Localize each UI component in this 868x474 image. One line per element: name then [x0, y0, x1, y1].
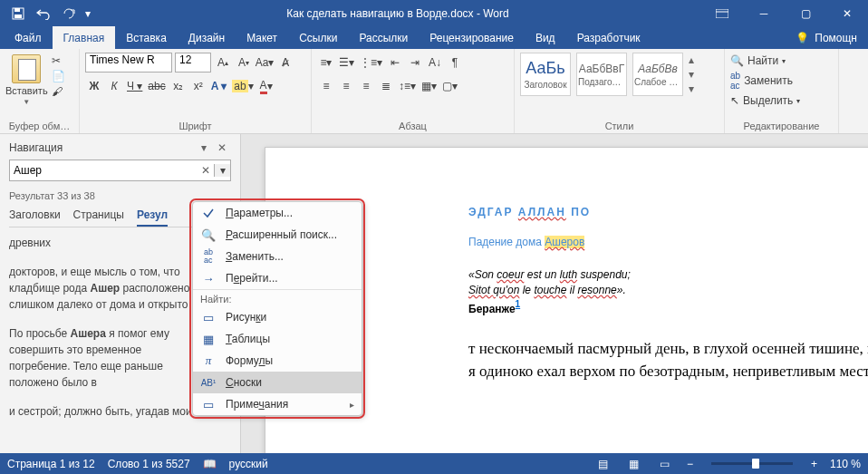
doc-signature: Беранже1: [468, 299, 868, 316]
zoom-slider[interactable]: [711, 462, 793, 465]
strike-button[interactable]: abc: [146, 76, 167, 96]
tab-developer[interactable]: Разработчик: [566, 26, 651, 49]
nav-pane-close[interactable]: ✕: [213, 141, 231, 154]
tab-view[interactable]: Вид: [525, 26, 566, 49]
maximize-button[interactable]: ▢: [785, 0, 826, 26]
font-group-label: Шрифт: [80, 121, 311, 131]
copy-button[interactable]: 📄: [52, 70, 64, 82]
grow-font-button[interactable]: A▴: [214, 53, 232, 73]
borders-button[interactable]: ▢▾: [440, 76, 459, 96]
search-icon: 🔍: [730, 54, 744, 67]
replace-button[interactable]: abacЗаменить: [730, 71, 833, 91]
tab-layout[interactable]: Макет: [236, 26, 288, 49]
qat-customize[interactable]: ▾: [82, 1, 94, 26]
decrease-indent-button[interactable]: ⇤: [386, 53, 404, 73]
menu-find-tables[interactable]: ▦Таблицы: [193, 328, 362, 350]
undo-button[interactable]: [31, 1, 56, 26]
font-name-select[interactable]: Times New R: [85, 53, 172, 73]
style-subheading[interactable]: АаБбВвГПодзагол…: [576, 53, 627, 96]
nav-tab-pages[interactable]: Страницы: [73, 208, 124, 227]
status-spellcheck[interactable]: 📖: [203, 458, 217, 470]
view-web-button[interactable]: ▭: [656, 458, 674, 470]
style-heading[interactable]: АаБьЗаголовок: [520, 53, 571, 96]
editing-group-label: Редактирование: [725, 121, 838, 131]
styles-more-button[interactable]: ▴▾▾: [689, 53, 694, 95]
line-spacing-button[interactable]: ↕≡▾: [397, 76, 418, 96]
menu-find-footnotes[interactable]: AB¹Сноски: [193, 372, 362, 393]
superscript-button[interactable]: x²: [189, 76, 207, 96]
nav-pane-dropdown[interactable]: ▾: [195, 141, 213, 154]
underline-button[interactable]: Ч ▾: [125, 76, 144, 96]
styles-group-label: Стили: [515, 121, 724, 131]
bullets-button[interactable]: ≡▾: [317, 53, 335, 73]
view-read-button[interactable]: ▤: [594, 458, 612, 470]
nav-tab-headings[interactable]: Заголовки: [9, 208, 61, 227]
nav-search-clear[interactable]: ✕: [198, 164, 214, 177]
highlight-button[interactable]: ab▾: [230, 76, 255, 96]
zoom-in-button[interactable]: +: [811, 458, 817, 470]
close-button[interactable]: ✕: [826, 0, 868, 26]
paragraph-group-label: Абзац: [312, 121, 514, 131]
tab-references[interactable]: Ссылки: [288, 26, 348, 49]
sort-button[interactable]: A↓: [426, 53, 444, 73]
align-left-button[interactable]: ≡: [317, 76, 335, 96]
tab-insert[interactable]: Вставка: [115, 26, 178, 49]
format-painter-button[interactable]: 🖌: [52, 85, 64, 98]
nav-tab-results[interactable]: Резул: [137, 208, 168, 227]
bold-button[interactable]: Ж: [85, 76, 103, 96]
redo-button[interactable]: [56, 1, 82, 26]
view-print-button[interactable]: ▦: [625, 458, 643, 470]
save-button[interactable]: [5, 1, 31, 26]
tab-review[interactable]: Рецензирование: [419, 26, 525, 49]
status-page[interactable]: Страница 1 из 12: [7, 458, 95, 470]
subscript-button[interactable]: x₂: [169, 76, 188, 96]
italic-button[interactable]: К: [105, 76, 123, 96]
font-color-button[interactable]: A▾: [257, 76, 275, 96]
chevron-right-icon: ▸: [350, 400, 354, 410]
menu-find-label: Найти:: [193, 289, 362, 306]
nav-search-input[interactable]: [10, 164, 198, 177]
align-center-button[interactable]: ≡: [337, 76, 355, 96]
shading-button[interactable]: ▦▾: [420, 76, 439, 96]
nav-pane-title: Навигация: [9, 141, 63, 154]
doc-body-text: т нескончаемый пасмурный день, в глухой …: [468, 338, 868, 382]
menu-find-formulas[interactable]: πФормулы: [193, 350, 362, 372]
menu-find-pictures[interactable]: ▭Рисунки: [193, 306, 362, 328]
zoom-level[interactable]: 110 %: [830, 458, 861, 470]
align-right-button[interactable]: ≡: [357, 76, 375, 96]
nav-search-dropdown[interactable]: ▾: [214, 164, 230, 177]
minimize-button[interactable]: ─: [743, 0, 785, 26]
menu-replace[interactable]: abacЗаменить...: [193, 246, 362, 267]
menu-find-comments[interactable]: ▭Примечания▸: [193, 393, 362, 415]
cut-button[interactable]: ✂: [52, 54, 64, 67]
tab-mailings[interactable]: Рассылки: [348, 26, 419, 49]
select-button[interactable]: ↖Выделить▾: [730, 94, 833, 107]
paste-button[interactable]: Вставить: [5, 85, 48, 96]
menu-advanced-find[interactable]: 🔍Расширенный поиск...: [193, 224, 362, 246]
font-size-select[interactable]: 12: [175, 53, 211, 73]
tab-home[interactable]: Главная: [53, 26, 116, 49]
show-marks-button[interactable]: ¶: [446, 53, 464, 73]
change-case-button[interactable]: Aa▾: [256, 53, 274, 73]
tab-design[interactable]: Дизайн: [178, 26, 236, 49]
style-emphasis[interactable]: АаБбВвСлабое в…: [632, 53, 683, 96]
status-words[interactable]: Слово 1 из 5527: [108, 458, 190, 470]
menu-goto[interactable]: →Перейти...: [193, 267, 362, 289]
status-language[interactable]: русский: [229, 458, 268, 470]
find-button[interactable]: 🔍Найти▾: [730, 54, 833, 67]
tab-file[interactable]: Файл: [4, 26, 53, 49]
numbering-button[interactable]: ☰▾: [337, 53, 356, 73]
ribbon-options-button[interactable]: [701, 0, 743, 26]
multilevel-button[interactable]: ⋮≡▾: [358, 53, 384, 73]
increase-indent-button[interactable]: ⇥: [406, 53, 424, 73]
menu-options[interactable]: ППараметры...араметры...: [193, 202, 362, 224]
justify-button[interactable]: ≣: [377, 76, 395, 96]
clipboard-group-label: Буфер обм…: [0, 121, 79, 131]
footnote-icon: AB¹: [200, 378, 217, 388]
main-area: Навигация ▾ ✕ ✕ ▾ Результат 33 из 38 Заг…: [0, 134, 868, 453]
shrink-font-button[interactable]: A▾: [235, 53, 253, 73]
tell-me[interactable]: 💡Помощн: [796, 26, 868, 49]
zoom-out-button[interactable]: −: [687, 458, 693, 470]
text-effects-button[interactable]: A ▾: [209, 76, 229, 96]
clear-format-button[interactable]: A̷: [276, 53, 294, 73]
